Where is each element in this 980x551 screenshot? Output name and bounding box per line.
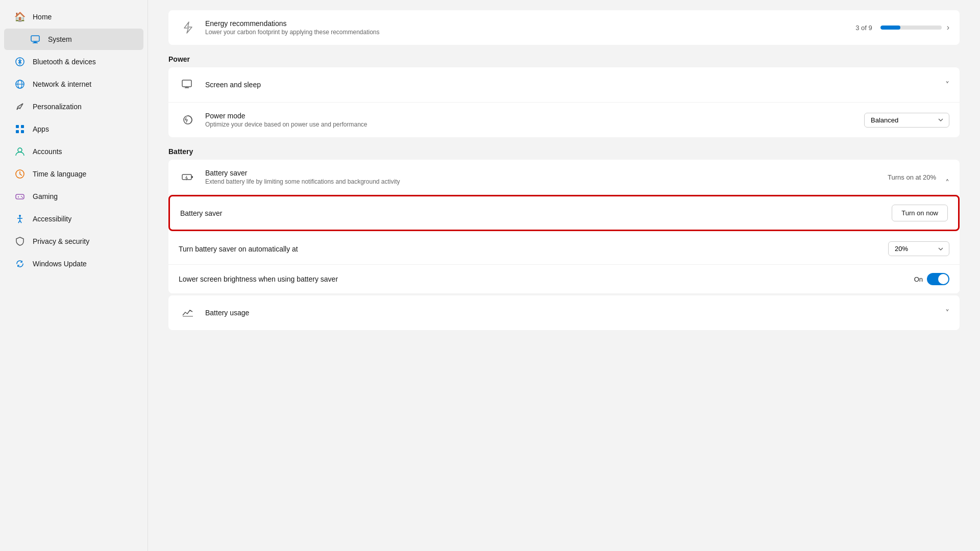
svg-point-18 [19,215,21,217]
energy-recommendations-card: Energy recommendations Lower your carbon… [168,10,960,45]
battery-saver-header-right: Turns on at 20% ˅ [888,172,949,182]
sidebar-item-update[interactable]: Windows Update [4,253,143,274]
energy-title: Energy recommendations [205,19,847,28]
sidebar-item-home[interactable]: 🏠 Home [4,6,143,28]
system-icon [30,34,41,45]
battery-usage-right: ˅ [945,308,949,318]
battery-saver-header-text: Battery saver Extend battery life by lim… [205,169,879,185]
sidebar-label-privacy: Privacy & security [33,237,89,245]
svg-rect-13 [16,194,24,199]
power-mode-icon [179,111,197,129]
sidebar-item-system[interactable]: System [4,29,143,50]
lower-brightness-right: On [914,273,949,285]
battery-saver-toggle-right: Turn on now [892,205,948,221]
brightness-toggle[interactable] [927,273,949,285]
screen-sleep-icon [179,76,197,94]
energy-text: Energy recommendations Lower your carbon… [205,19,847,36]
auto-battery-text: Turn battery saver on automatically at [179,245,880,253]
sidebar-label-accounts: Accounts [33,147,62,156]
svg-rect-23 [182,80,191,87]
home-icon: 🏠 [14,11,26,22]
battery-saver-header-title: Battery saver [205,169,879,177]
gaming-icon [14,191,26,202]
accounts-icon [14,146,26,157]
apps-icon [14,123,26,135]
svg-line-21 [18,220,20,223]
sidebar-label-bluetooth: Bluetooth & devices [33,58,96,66]
power-mode-select[interactable]: Best power efficiency Balanced Best perf… [864,113,949,128]
sidebar-label-system: System [48,35,72,43]
screen-sleep-row[interactable]: Screen and sleep ˅ [168,67,960,103]
screen-sleep-chevron: ˅ [945,80,949,90]
battery-usage-title: Battery usage [205,309,937,317]
sidebar-item-network[interactable]: Network & internet [4,73,143,95]
turn-on-now-button[interactable]: Turn on now [892,205,948,221]
lower-brightness-title: Lower screen brightness when using batte… [179,275,906,283]
power-mode-row: Power mode Optimize your device based on… [168,103,960,137]
battery-usage-icon [179,304,197,322]
svg-point-17 [22,197,23,198]
power-mode-desc: Optimize your device based on power use … [205,121,856,128]
accessibility-icon [14,213,26,224]
auto-battery-title: Turn battery saver on automatically at [179,245,880,253]
sidebar-item-accessibility[interactable]: Accessibility [4,208,143,230]
sidebar-label-network: Network & internet [33,80,91,88]
network-icon [14,79,26,90]
power-mode-right: Best power efficiency Balanced Best perf… [864,113,949,128]
battery-saver-header-row[interactable]: Battery saver Extend battery life by lim… [168,160,960,195]
sidebar-item-privacy[interactable]: Privacy & security [4,231,143,252]
energy-desc: Lower your carbon footprint by applying … [205,29,847,36]
battery-saver-toggle-text: Battery saver [180,209,884,217]
lower-brightness-text: Lower screen brightness when using batte… [179,275,906,283]
personalization-icon [14,101,26,112]
sidebar-label-time: Time & language [33,170,86,178]
battery-usage-text: Battery usage [205,309,937,317]
sidebar-item-personalization[interactable]: Personalization [4,96,143,117]
progress-text: 3 of 9 [855,24,872,32]
sidebar-item-apps[interactable]: Apps [4,118,143,140]
sidebar-label-personalization: Personalization [33,103,82,111]
sidebar-label-gaming: Gaming [33,192,58,201]
auto-battery-select[interactable]: 5% 10% 15% 20% 25% 30% [888,241,949,256]
auto-battery-right: 5% 10% 15% 20% 25% 30% [888,241,949,256]
sidebar-item-bluetooth[interactable]: Bluetooth & devices [4,51,143,72]
energy-icon [179,18,197,37]
auto-battery-row: Turn battery saver on automatically at 5… [168,233,960,265]
battery-section-label: Battery [168,147,960,156]
progress-fill [880,26,901,30]
svg-rect-28 [191,176,193,178]
sidebar-label-apps: Apps [33,125,49,133]
sidebar-label-update: Windows Update [33,260,87,268]
svg-point-11 [18,148,22,152]
battery-usage-row[interactable]: Battery usage ˅ [168,295,960,330]
svg-rect-10 [21,130,24,133]
svg-rect-7 [16,125,19,128]
power-card: Screen and sleep ˅ Power mode Optimize y… [168,67,960,137]
turns-on-label: Turns on at 20% [888,173,936,181]
power-mode-title: Power mode [205,112,856,120]
screen-sleep-title: Screen and sleep [205,81,937,89]
battery-saver-chevron-up: ˅ [945,172,949,182]
svg-rect-9 [16,130,19,133]
sidebar-item-accounts[interactable]: Accounts [4,141,143,162]
screen-sleep-right: ˅ [945,80,949,90]
time-icon [14,168,26,180]
sidebar-item-time[interactable]: Time & language [4,163,143,185]
chevron-right-icon: › [947,23,949,32]
battery-saver-toggle-row: Battery saver Turn on now [170,196,958,230]
svg-rect-0 [31,36,39,41]
privacy-icon [14,236,26,247]
battery-saver-toggle-title: Battery saver [180,209,884,217]
brightness-toggle-container: On [914,273,949,285]
battery-usage-card: Battery usage ˅ [168,295,960,330]
lower-brightness-row: Lower screen brightness when using batte… [168,265,960,293]
battery-usage-chevron: ˅ [945,308,949,318]
update-icon [14,258,26,269]
sidebar: 🏠 Home System Bluetooth & devices [0,0,148,551]
battery-saver-container: Battery saver Extend battery life by lim… [168,160,960,293]
sidebar-label-accessibility: Accessibility [33,215,71,223]
power-section-label: Power [168,55,960,63]
energy-row[interactable]: Energy recommendations Lower your carbon… [168,10,960,45]
sidebar-item-gaming[interactable]: Gaming [4,186,143,207]
svg-rect-8 [21,125,24,128]
